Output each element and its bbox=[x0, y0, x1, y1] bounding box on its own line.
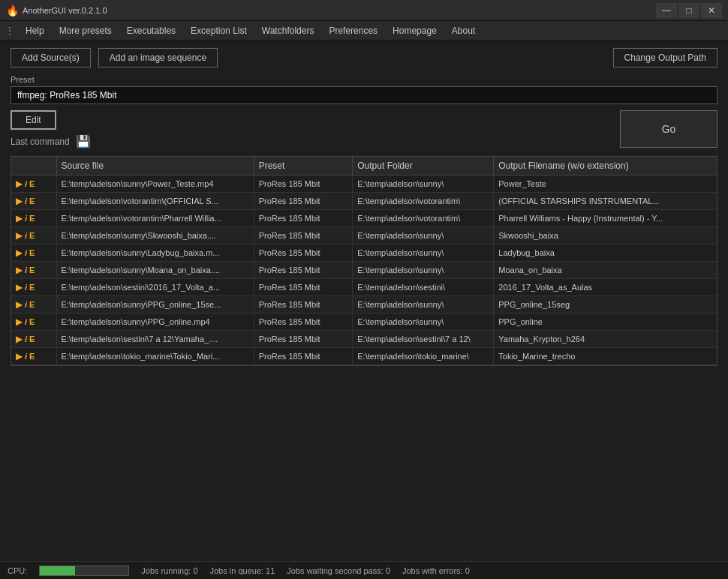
row-source: E:\temp\adelson\sestini\2016_17_Volta_a.… bbox=[56, 279, 254, 296]
menu-help[interactable]: Help bbox=[18, 23, 52, 38]
menu-preferences[interactable]: Preferences bbox=[321, 23, 385, 38]
edit-row-button[interactable]: E bbox=[29, 352, 35, 361]
row-source: E:\temp\adelson\sunny\Skwooshi_baixa.... bbox=[56, 227, 254, 244]
row-output-folder: E:\temp\adelson\tokio_marine\ bbox=[353, 348, 494, 365]
edit-row-button[interactable]: E bbox=[29, 231, 35, 240]
row-preset: ProRes 185 Mbit bbox=[254, 279, 353, 296]
jobs-errors-status: Jobs with errors: 0 bbox=[402, 566, 470, 575]
edit-row-button[interactable]: E bbox=[29, 334, 35, 344]
row-preset: ProRes 185 Mbit bbox=[254, 227, 353, 244]
edit-row-button[interactable]: E bbox=[29, 317, 35, 326]
info-button[interactable]: i bbox=[25, 300, 27, 309]
row-filename: Moana_on_baixa bbox=[494, 262, 717, 279]
play-button[interactable]: ▶ bbox=[16, 299, 23, 310]
change-output-button[interactable]: Change Output Path bbox=[613, 48, 717, 68]
play-button[interactable]: ▶ bbox=[16, 178, 23, 189]
row-filename: (OFFICIAL STARSHIPS INSTRUMENTAL... bbox=[494, 193, 717, 210]
edit-column: Edit Last command 💾 bbox=[11, 110, 605, 148]
row-preset: ProRes 185 Mbit bbox=[254, 176, 353, 193]
edit-row-button[interactable]: E bbox=[29, 283, 35, 292]
save-icon[interactable]: 💾 bbox=[76, 134, 91, 148]
go-button[interactable]: Go bbox=[620, 110, 717, 148]
table-row: ▶ i E E:\temp\adelson\sunny\Moana_on_bai… bbox=[11, 262, 717, 279]
preset-input[interactable] bbox=[11, 86, 717, 104]
row-source: E:\temp\adelson\sunny\PPG_online.mp4 bbox=[56, 314, 254, 331]
app-title: AnotherGUI ver.0.2.1.0 bbox=[23, 6, 656, 15]
col-header-preset: Preset bbox=[254, 157, 353, 176]
minimize-button[interactable]: — bbox=[656, 3, 677, 18]
info-button[interactable]: i bbox=[25, 352, 27, 361]
row-source: E:\temp\adelson\tokio_marine\Tokio_Mari.… bbox=[56, 348, 254, 365]
info-button[interactable]: i bbox=[25, 179, 27, 188]
row-filename: Yamaha_Krypton_h264 bbox=[494, 331, 717, 348]
add-sources-button[interactable]: Add Source(s) bbox=[11, 48, 91, 68]
edit-button[interactable]: Edit bbox=[11, 110, 56, 130]
info-button[interactable]: i bbox=[25, 196, 27, 206]
play-button[interactable]: ▶ bbox=[16, 196, 23, 206]
row-controls: ▶ i E bbox=[11, 262, 56, 279]
table-row: ▶ i E E:\temp\adelson\sunny\PPG_online_1… bbox=[11, 296, 717, 314]
row-controls: ▶ i E bbox=[11, 193, 56, 210]
menu-more-presets[interactable]: More presets bbox=[52, 23, 119, 38]
row-preset: ProRes 185 Mbit bbox=[254, 262, 353, 279]
edit-row-button[interactable]: E bbox=[29, 248, 35, 257]
menubar: ⋮ Help More presets Executables Exceptio… bbox=[0, 21, 728, 40]
row-source: E:\temp\adelson\sunny\Power_Teste.mp4 bbox=[56, 176, 254, 193]
info-button[interactable]: i bbox=[25, 231, 27, 240]
row-controls: ▶ i E bbox=[11, 331, 56, 348]
close-button[interactable]: ✕ bbox=[701, 3, 722, 18]
menu-watchfolders[interactable]: Watchfolders bbox=[254, 23, 322, 38]
row-preset: ProRes 185 Mbit bbox=[254, 296, 353, 314]
row-preset: ProRes 185 Mbit bbox=[254, 314, 353, 331]
play-button[interactable]: ▶ bbox=[16, 316, 23, 327]
edit-row-button[interactable]: E bbox=[29, 300, 35, 309]
play-button[interactable]: ▶ bbox=[16, 282, 23, 292]
row-output-folder: E:\temp\adelson\sunny\ bbox=[353, 227, 494, 244]
info-button[interactable]: i bbox=[25, 248, 27, 257]
preset-section: Preset bbox=[11, 75, 717, 104]
add-image-sequence-button[interactable]: Add an image sequence bbox=[98, 48, 218, 68]
row-source: E:\temp\adelson\votorantim\Pharrell Will… bbox=[56, 210, 254, 227]
row-source: E:\temp\adelson\sunny\PPG_online_15se... bbox=[56, 296, 254, 314]
jobs-table: Source file Preset Output Folder Output … bbox=[11, 157, 717, 365]
jobs-waiting-status: Jobs waiting second pass: 0 bbox=[287, 566, 390, 575]
edit-row-button[interactable]: E bbox=[29, 179, 35, 188]
play-button[interactable]: ▶ bbox=[16, 213, 23, 224]
maximize-button[interactable]: □ bbox=[678, 3, 699, 18]
menu-homepage[interactable]: Homepage bbox=[385, 23, 444, 38]
menu-executables[interactable]: Executables bbox=[119, 23, 183, 38]
table-row: ▶ i E E:\temp\adelson\sunny\PPG_online.m… bbox=[11, 314, 717, 331]
row-filename: Ladybug_baixa bbox=[494, 244, 717, 262]
titlebar: 🔥 AnotherGUI ver.0.2.1.0 — □ ✕ bbox=[0, 0, 728, 21]
info-button[interactable]: i bbox=[25, 334, 27, 344]
play-button[interactable]: ▶ bbox=[16, 351, 23, 362]
edit-row-button[interactable]: E bbox=[29, 266, 35, 274]
row-output-folder: E:\temp\adelson\sunny\ bbox=[353, 176, 494, 193]
jobs-table-container: Source file Preset Output Folder Output … bbox=[11, 156, 717, 366]
row-output-folder: E:\temp\adelson\sestini\7 a 12\ bbox=[353, 331, 494, 348]
main-content: Add Source(s) Add an image sequence Chan… bbox=[0, 40, 728, 374]
menu-about[interactable]: About bbox=[444, 23, 483, 38]
cpu-bar-container bbox=[39, 566, 129, 576]
row-controls: ▶ i E bbox=[11, 279, 56, 296]
row-controls: ▶ i E bbox=[11, 348, 56, 365]
play-button[interactable]: ▶ bbox=[16, 334, 23, 344]
app-icon: 🔥 bbox=[6, 4, 18, 16]
play-button[interactable]: ▶ bbox=[16, 265, 23, 275]
menu-exception-list[interactable]: Exception List bbox=[183, 23, 254, 38]
info-button[interactable]: i bbox=[25, 214, 27, 223]
info-button[interactable]: i bbox=[25, 266, 27, 274]
edit-row-button[interactable]: E bbox=[29, 196, 35, 206]
row-filename: Pharrell Williams - Happy (Instrumental)… bbox=[494, 210, 717, 227]
info-button[interactable]: i bbox=[25, 283, 27, 292]
menu-dots-icon: ⋮ bbox=[5, 25, 15, 37]
play-button[interactable]: ▶ bbox=[16, 230, 23, 241]
edit-row-button[interactable]: E bbox=[29, 214, 35, 223]
row-filename: Skwooshi_baixa bbox=[494, 227, 717, 244]
jobs-queue-status: Jobs in queue: 11 bbox=[210, 566, 275, 575]
row-preset: ProRes 185 Mbit bbox=[254, 193, 353, 210]
table-row: ▶ i E E:\temp\adelson\sestini\7 a 12\Yam… bbox=[11, 331, 717, 348]
info-button[interactable]: i bbox=[25, 317, 27, 326]
row-source: E:\temp\adelson\votorantim\(OFFICIAL S..… bbox=[56, 193, 254, 210]
play-button[interactable]: ▶ bbox=[16, 248, 23, 258]
